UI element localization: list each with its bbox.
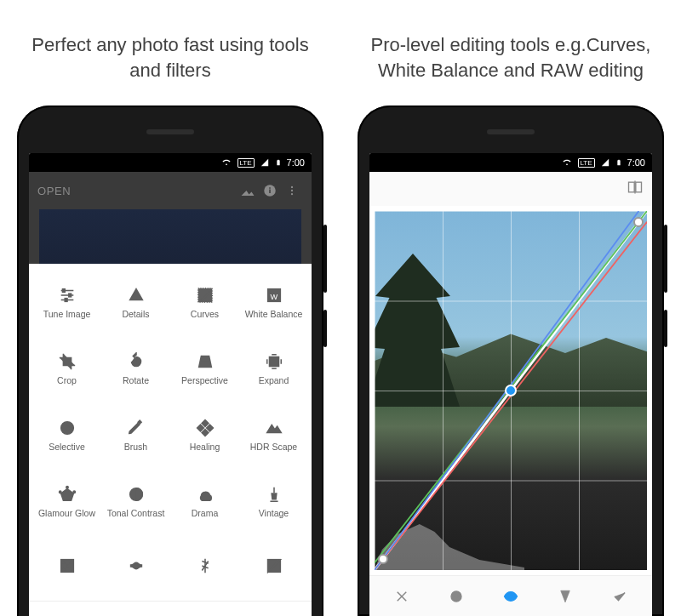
show-hide-icon[interactable] [484, 589, 538, 604]
tool-label: Perspective [181, 376, 228, 386]
drama-icon [196, 484, 215, 505]
curves-editor[interactable] [369, 206, 652, 575]
svg-rect-9 [62, 288, 65, 292]
tool-label: Curves [191, 310, 219, 320]
tool-selective[interactable]: Selective [32, 402, 101, 468]
svg-point-43 [66, 565, 68, 567]
tool-white-balance[interactable]: WWhite Balance [239, 269, 308, 335]
channel-luminance-icon[interactable] [429, 589, 484, 604]
tool-details[interactable]: Details [101, 269, 170, 335]
tab-export[interactable]: EXPORT [217, 602, 312, 616]
rotate-icon [127, 351, 146, 372]
svg-rect-28 [197, 425, 203, 431]
curve-point-mid[interactable] [505, 385, 517, 396]
svg-rect-2 [269, 187, 271, 189]
tool-hdr-scape[interactable]: HDR Scape [239, 402, 308, 468]
tool-label: HDR Scape [250, 442, 297, 453]
tool-label: Rotate [123, 376, 149, 386]
power-button [664, 310, 667, 347]
tool-label: Healing [190, 442, 220, 453]
retrolux-icon [127, 556, 146, 576]
svg-rect-29 [206, 425, 213, 431]
overflow-icon[interactable] [281, 184, 303, 197]
status-bar: LTE 7:00 [369, 153, 652, 172]
signal-icon [260, 158, 270, 167]
tool-label: Brush [124, 442, 147, 453]
curve-point-highlight[interactable] [633, 217, 644, 227]
cancel-button[interactable] [375, 589, 429, 604]
battery-icon [615, 157, 622, 168]
tool-black-white[interactable] [239, 534, 308, 601]
tool-crop[interactable]: Crop [32, 335, 101, 402]
curves-topbar [369, 172, 652, 206]
tool-label: Expand [259, 376, 289, 386]
apply-button[interactable] [592, 589, 647, 604]
network-label: LTE [237, 158, 255, 168]
vintage-icon [265, 484, 283, 505]
wifi-icon [220, 158, 232, 167]
svg-point-4 [291, 190, 293, 191]
channel-picker-icon[interactable] [538, 589, 592, 604]
curve-point-shadow[interactable] [378, 554, 388, 564]
svg-point-58 [509, 594, 513, 598]
expand-icon [265, 351, 283, 372]
stack-icon[interactable] [237, 183, 259, 198]
tool-label: Glamour Glow [38, 509, 95, 519]
hdr-scape-icon [265, 418, 283, 438]
svg-point-40 [69, 562, 71, 563]
svg-point-42 [69, 568, 71, 569]
signal-icon [600, 158, 610, 167]
image-canvas[interactable] [375, 211, 647, 570]
svg-rect-25 [138, 420, 141, 424]
tool-label: Selective [49, 442, 85, 453]
svg-rect-1 [269, 190, 271, 194]
svg-point-39 [63, 562, 65, 563]
caption-right: Pro-level editing tools e.g.Curves, Whit… [340, 0, 681, 106]
svg-marker-30 [266, 425, 281, 432]
open-button[interactable]: OPEN [37, 185, 71, 197]
tool-brush[interactable]: Brush [101, 402, 170, 468]
tool-drama[interactable]: Drama [170, 468, 239, 534]
tool-label: Tonal Contrast [107, 509, 165, 519]
battery-icon [275, 157, 282, 168]
tool-expand[interactable]: Expand [239, 335, 308, 402]
tab-looks[interactable]: LOOKS [29, 602, 123, 616]
svg-rect-48 [636, 182, 642, 192]
volume-rocker [664, 225, 667, 293]
svg-point-5 [291, 193, 293, 195]
tool-glamour-glow[interactable]: Glamour Glow [32, 468, 101, 534]
wifi-icon [561, 158, 573, 167]
info-icon[interactable] [259, 183, 281, 198]
tool-tonal-contrast[interactable]: Tonal Contrast [101, 468, 170, 534]
svg-marker-31 [60, 488, 73, 500]
tool-retrolux[interactable] [101, 534, 170, 601]
svg-rect-47 [629, 182, 635, 192]
tonal-contrast-icon [127, 484, 146, 505]
curves-icon [196, 285, 215, 305]
tool-vintage[interactable]: Vintage [239, 468, 308, 534]
tool-label: Drama [192, 509, 219, 519]
tab-tools[interactable]: TOOLS [123, 602, 218, 616]
details-icon [127, 285, 146, 305]
svg-rect-27 [202, 429, 209, 436]
tools-panel: Tune ImageDetailsCurvesWWhite BalanceCro… [29, 264, 312, 616]
tool-label: Crop [57, 376, 77, 386]
volume-rocker [323, 225, 327, 293]
tool-curves[interactable]: Curves [170, 269, 239, 335]
network-label: LTE [578, 158, 595, 168]
tool-tune-image[interactable]: Tune Image [32, 269, 101, 335]
svg-rect-11 [65, 298, 67, 301]
compare-icon[interactable] [627, 179, 644, 199]
tool-healing[interactable]: Healing [170, 402, 239, 468]
svg-point-41 [63, 568, 65, 569]
dimmed-preview-area: OPEN [29, 172, 312, 264]
tool-grunge[interactable] [170, 534, 239, 601]
grunge-icon [196, 556, 215, 576]
svg-marker-12 [129, 288, 142, 299]
tool-rotate[interactable]: Rotate [101, 335, 170, 402]
tool-perspective[interactable]: Perspective [170, 335, 239, 402]
tool-grainy-film[interactable] [32, 534, 101, 601]
white-balance-icon: W [265, 285, 283, 305]
curves-bottombar [369, 575, 652, 616]
brush-icon [127, 418, 146, 438]
